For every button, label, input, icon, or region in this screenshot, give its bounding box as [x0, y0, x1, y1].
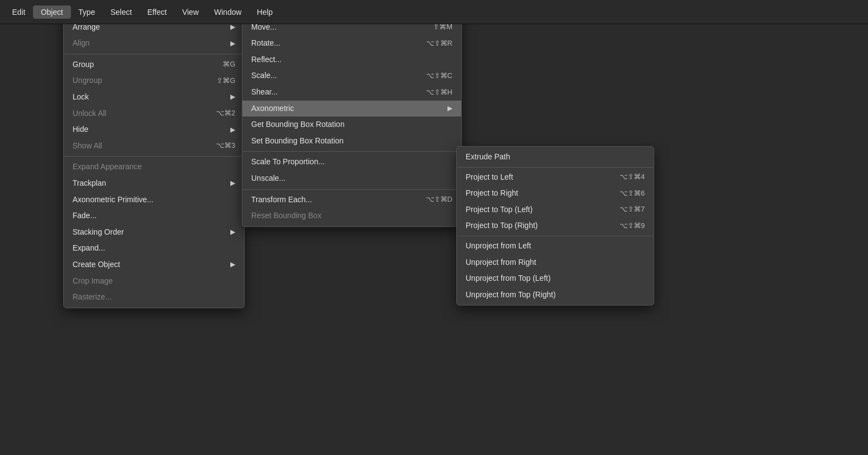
menu-item-label-unscale: Unscale... — [251, 173, 452, 184]
menu-item-lock[interactable]: Lock▶ — [64, 89, 244, 106]
menu-item-axonometric[interactable]: Axonometric▶ — [242, 101, 461, 117]
menu-item-label-get-bounding-box-rotation: Get Bounding Box Rotation — [251, 119, 452, 130]
menu-separator — [242, 151, 461, 152]
menubar-item-help[interactable]: Help — [249, 5, 280, 19]
menubar-item-object[interactable]: Object — [33, 5, 70, 19]
menu-item-label-unproject-top-left: Unproject from Top (Left) — [466, 273, 645, 284]
menubar-item-select[interactable]: Select — [103, 5, 140, 19]
menu-object: Transform▶Arrange▶Align▶Group⌘GUngroup⇧⌘… — [63, 0, 245, 308]
submenu-arrow-lock: ▶ — [230, 92, 235, 102]
menu-item-label-axonometric: Axonometric — [251, 103, 443, 114]
menu-item-label-rotate: Rotate... — [251, 38, 413, 49]
menu-item-reflect[interactable]: Reflect... — [242, 52, 461, 68]
menu-item-fade[interactable]: Fade... — [64, 208, 244, 224]
menu-item-label-project-top-left: Project to Top (Left) — [466, 204, 606, 215]
menu-item-rotate[interactable]: Rotate...⌥⇧⌘R — [242, 35, 461, 52]
menu-item-shortcut-show-all: ⌥⌘3 — [216, 141, 235, 151]
submenu-arrow-axonometric: ▶ — [447, 104, 452, 113]
menu-item-shortcut-scale: ⌥⇧⌘C — [426, 71, 452, 81]
menu-item-group[interactable]: Group⌘G — [64, 57, 244, 73]
menu-separator — [457, 236, 654, 236]
menu-separator — [64, 156, 244, 157]
menu-item-label-project-top-right: Project to Top (Right) — [466, 220, 606, 231]
menu-item-shortcut-transform-each: ⌥⇧⌘D — [426, 195, 452, 204]
menu-item-expand[interactable]: Expand... — [64, 240, 244, 257]
menu-item-shortcut-project-left: ⌥⇧⌘4 — [620, 172, 645, 182]
menu-item-get-bounding-box-rotation[interactable]: Get Bounding Box Rotation — [242, 116, 461, 133]
menu-item-unscale[interactable]: Unscale... — [242, 170, 461, 187]
menu-item-shortcut-shear: ⌥⇧⌘H — [426, 87, 452, 97]
menu-item-reset-bounding-box: Reset Bounding Box — [242, 208, 461, 224]
menu-transform: Transform Again⌘DMove...⇧⌘MRotate...⌥⇧⌘R… — [242, 0, 462, 227]
submenu-arrow-align: ▶ — [230, 39, 235, 48]
menu-item-stacking-order[interactable]: Stacking Order▶ — [64, 224, 244, 241]
menu-item-label-align: Align — [73, 38, 226, 49]
menu-item-label-unproject-left: Unproject from Left — [466, 241, 645, 252]
menu-item-label-extrude-path: Extrude Path — [466, 152, 645, 163]
menu-item-unproject-left[interactable]: Unproject from Left — [457, 238, 654, 254]
menu-item-label-create-object: Create Object — [73, 259, 226, 270]
menu-separator — [457, 167, 654, 168]
menu-item-label-stacking-order: Stacking Order — [73, 227, 226, 238]
menu-item-label-fade: Fade... — [73, 210, 235, 221]
menu-item-create-object[interactable]: Create Object▶ — [64, 257, 244, 273]
menubar-item-view[interactable]: View — [174, 5, 206, 19]
menu-item-ungroup: Ungroup⇧⌘G — [64, 73, 244, 89]
menu-item-trackplan[interactable]: Trackplan▶ — [64, 175, 244, 192]
menu-item-label-trackplan: Trackplan — [73, 178, 226, 189]
menu-item-unproject-top-left[interactable]: Unproject from Top (Left) — [457, 270, 654, 287]
menu-item-label-scale-to-proportion: Scale To Proportion... — [251, 157, 452, 168]
submenu-arrow-trackplan: ▶ — [230, 179, 235, 188]
menu-item-show-all: Show All⌥⌘3 — [64, 138, 244, 154]
menu-item-label-unproject-top-right: Unproject from Top (Right) — [466, 290, 645, 301]
menu-item-transform-each[interactable]: Transform Each...⌥⇧⌘D — [242, 192, 461, 208]
menu-item-crop-image: Crop Image — [64, 273, 244, 290]
menu-item-hide[interactable]: Hide▶ — [64, 121, 244, 138]
menu-item-project-top-right[interactable]: Project to Top (Right)⌥⇧⌘9 — [457, 218, 654, 234]
menu-item-label-group: Group — [73, 59, 209, 70]
menu-item-label-expand-appearance: Expand Appearance — [73, 162, 235, 173]
menubar-item-effect[interactable]: Effect — [140, 5, 175, 19]
menu-item-shortcut-ungroup: ⇧⌘G — [217, 76, 235, 86]
menubar-item-type[interactable]: Type — [71, 5, 103, 19]
menu-item-label-project-right: Project to Right — [466, 188, 606, 199]
menu-item-label-unlock-all: Unlock All — [73, 108, 203, 119]
menu-item-shortcut-unlock-all: ⌥⌘2 — [216, 108, 235, 118]
submenu-arrow-hide: ▶ — [230, 125, 235, 135]
menu-axonometric: Extrude PathProject to Left⌥⇧⌘4Project t… — [456, 146, 654, 306]
menu-item-unproject-top-right[interactable]: Unproject from Top (Right) — [457, 287, 654, 303]
menu-item-label-axonometric-primitive: Axonometric Primitive... — [73, 195, 235, 206]
menu-item-set-bounding-box-rotation[interactable]: Set Bounding Box Rotation — [242, 133, 461, 149]
menu-item-label-reset-bounding-box: Reset Bounding Box — [251, 210, 452, 221]
menubar-item-window[interactable]: Window — [207, 5, 250, 19]
menubar: EditObjectTypeSelectEffectViewWindowHelp — [0, 0, 868, 24]
menu-item-shortcut-project-right: ⌥⇧⌘6 — [620, 188, 645, 198]
menu-item-label-hide: Hide — [73, 124, 226, 135]
menu-item-shear[interactable]: Shear...⌥⇧⌘H — [242, 84, 461, 101]
menu-separator — [242, 189, 461, 190]
menu-item-extrude-path[interactable]: Extrude Path — [457, 149, 654, 165]
submenu-arrow-create-object: ▶ — [230, 260, 235, 269]
menu-item-unproject-right[interactable]: Unproject from Right — [457, 254, 654, 271]
menu-item-shortcut-rotate: ⌥⇧⌘R — [426, 38, 452, 48]
menu-item-scale-to-proportion[interactable]: Scale To Proportion... — [242, 154, 461, 170]
menu-item-label-crop-image: Crop Image — [73, 276, 235, 287]
menu-item-label-rasterize: Rasterize... — [73, 292, 235, 303]
submenu-arrow-stacking-order: ▶ — [230, 228, 235, 237]
menu-item-scale[interactable]: Scale...⌥⇧⌘C — [242, 68, 461, 84]
menu-item-axonometric-primitive[interactable]: Axonometric Primitive... — [64, 192, 244, 208]
menu-item-shortcut-project-top-left: ⌥⇧⌘7 — [620, 204, 645, 214]
menu-separator — [64, 54, 244, 54]
menu-item-label-expand: Expand... — [73, 243, 235, 254]
menu-item-project-top-left[interactable]: Project to Top (Left)⌥⇧⌘7 — [457, 202, 654, 218]
menu-item-label-project-left: Project to Left — [466, 172, 606, 183]
menu-item-align: Align▶ — [64, 35, 244, 52]
menubar-item-edit[interactable]: Edit — [4, 5, 33, 19]
menu-item-label-transform-each: Transform Each... — [251, 195, 413, 206]
menu-item-label-scale: Scale... — [251, 70, 413, 81]
menu-item-project-right[interactable]: Project to Right⌥⇧⌘6 — [457, 185, 654, 202]
menu-item-label-set-bounding-box-rotation: Set Bounding Box Rotation — [251, 136, 452, 147]
menu-item-rasterize: Rasterize... — [64, 289, 244, 306]
menu-item-project-left[interactable]: Project to Left⌥⇧⌘4 — [457, 169, 654, 186]
menu-item-label-show-all: Show All — [73, 141, 203, 152]
